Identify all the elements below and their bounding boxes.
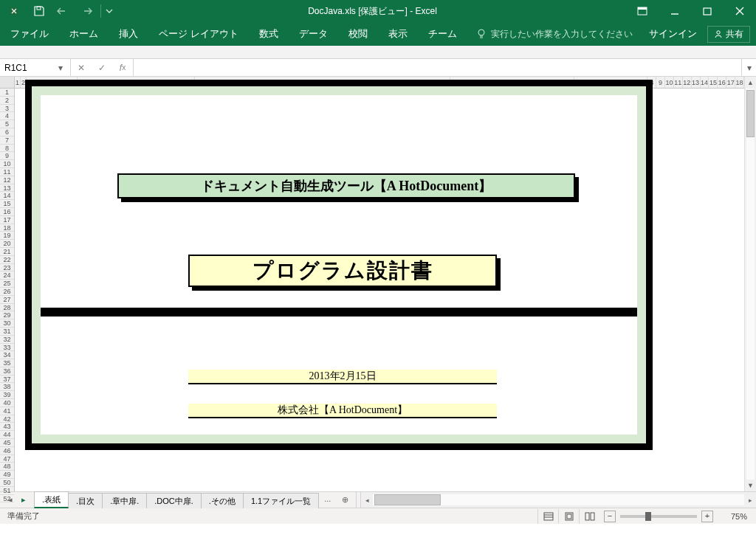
row-header[interactable]: 15 bbox=[0, 200, 14, 208]
sheet-tab[interactable]: .章中扉. bbox=[102, 493, 147, 508]
undo-icon[interactable] bbox=[52, 1, 74, 21]
row-header[interactable]: 12 bbox=[0, 176, 14, 184]
row-header[interactable]: 40 bbox=[0, 399, 14, 407]
row-header[interactable]: 29 bbox=[0, 311, 14, 319]
row-header[interactable]: 44 bbox=[0, 431, 14, 439]
sheet-tab[interactable]: 1.1ファイル一覧 bbox=[243, 493, 319, 508]
tab-formulas[interactable]: 数式 bbox=[249, 22, 289, 46]
new-sheet-icon[interactable]: ⊕ bbox=[337, 492, 353, 508]
column-header[interactable]: 11 bbox=[674, 77, 683, 88]
row-header[interactable]: 31 bbox=[0, 328, 14, 336]
ribbon-display-options-icon[interactable] bbox=[626, 1, 659, 21]
tell-me[interactable]: 実行したい作業を入力してください bbox=[467, 22, 642, 46]
row-header[interactable]: 14 bbox=[0, 192, 14, 200]
row-header[interactable]: 25 bbox=[0, 280, 14, 288]
tab-page-layout[interactable]: ページ レイアウト bbox=[148, 22, 249, 46]
maximize-icon[interactable] bbox=[691, 1, 724, 21]
row-header[interactable]: 37 bbox=[0, 376, 14, 384]
zoom-in-button[interactable]: + bbox=[701, 511, 713, 522]
row-header[interactable]: 49 bbox=[0, 471, 14, 479]
formula-enter-icon[interactable]: ✓ bbox=[92, 63, 112, 73]
sheet-tab[interactable]: .その他 bbox=[201, 493, 244, 508]
row-header[interactable]: 18 bbox=[0, 224, 14, 232]
row-header[interactable]: 2 bbox=[0, 97, 14, 105]
column-header[interactable]: 17 bbox=[726, 77, 735, 88]
vertical-scroll-thumb[interactable] bbox=[746, 90, 755, 137]
minimize-icon[interactable] bbox=[659, 1, 691, 21]
row-header[interactable]: 45 bbox=[0, 439, 14, 447]
column-header[interactable]: 16 bbox=[718, 77, 726, 88]
redo-icon[interactable] bbox=[75, 1, 97, 21]
formula-cancel-icon[interactable]: ✕ bbox=[71, 63, 92, 73]
row-header[interactable]: 1 bbox=[0, 89, 14, 97]
row-header[interactable]: 19 bbox=[0, 232, 14, 240]
row-header[interactable]: 43 bbox=[0, 423, 14, 431]
zoom-out-button[interactable]: − bbox=[604, 511, 616, 522]
formula-bar-expand-icon[interactable]: ▾ bbox=[741, 59, 756, 76]
column-header[interactable]: 12 bbox=[683, 77, 692, 88]
formula-bar-input[interactable] bbox=[134, 59, 741, 76]
row-header[interactable]: 33 bbox=[0, 344, 14, 352]
row-header[interactable]: 22 bbox=[0, 256, 14, 264]
horizontal-scroll-thumb[interactable] bbox=[374, 494, 441, 505]
row-header[interactable]: 8 bbox=[0, 145, 14, 153]
row-header[interactable]: 27 bbox=[0, 296, 14, 304]
select-all-corner[interactable] bbox=[0, 77, 14, 89]
tab-insert[interactable]: 挿入 bbox=[109, 22, 148, 46]
name-box[interactable]: R1C1 ▾ bbox=[0, 59, 71, 76]
column-header[interactable]: 15 bbox=[709, 77, 718, 88]
row-headers[interactable]: 1234567891011121314151617181920212223242… bbox=[0, 77, 15, 491]
row-header[interactable]: 11 bbox=[0, 168, 14, 176]
horizontal-scrollbar[interactable]: ◂ ▸ bbox=[360, 492, 756, 508]
tab-team[interactable]: チーム bbox=[418, 22, 467, 46]
scroll-down-icon[interactable]: ▼ bbox=[745, 480, 756, 491]
row-header[interactable]: 41 bbox=[0, 407, 14, 415]
tab-home[interactable]: ホーム bbox=[59, 22, 109, 46]
column-header[interactable]: 13 bbox=[692, 77, 701, 88]
row-header[interactable]: 30 bbox=[0, 319, 14, 328]
sheet-tab[interactable]: .目次 bbox=[68, 493, 103, 508]
column-header[interactable]: 9 bbox=[656, 77, 665, 88]
save-icon[interactable] bbox=[28, 1, 50, 21]
tab-data[interactable]: データ bbox=[289, 22, 338, 46]
tab-file[interactable]: ファイル bbox=[0, 22, 59, 46]
row-header[interactable]: 36 bbox=[0, 367, 14, 376]
sheet-tabs-overflow[interactable]: ... bbox=[318, 492, 337, 508]
zoom-percent[interactable]: 75% bbox=[718, 512, 747, 521]
row-header[interactable]: 48 bbox=[0, 463, 14, 471]
row-header[interactable]: 17 bbox=[0, 216, 14, 224]
sheet-tab[interactable]: .表紙 bbox=[34, 491, 69, 508]
tab-review[interactable]: 校閲 bbox=[338, 22, 378, 46]
row-header[interactable]: 21 bbox=[0, 248, 14, 256]
row-header[interactable]: 10 bbox=[0, 160, 14, 168]
row-header[interactable]: 50 bbox=[0, 479, 14, 487]
row-header[interactable]: 39 bbox=[0, 391, 14, 399]
row-header[interactable]: 6 bbox=[0, 128, 14, 136]
scroll-up-icon[interactable]: ▲ bbox=[745, 77, 756, 89]
row-header[interactable]: 34 bbox=[0, 351, 14, 359]
row-header[interactable]: 32 bbox=[0, 336, 14, 344]
scroll-left-icon[interactable]: ◂ bbox=[361, 492, 373, 508]
column-header[interactable]: 1 bbox=[15, 77, 21, 88]
name-box-dropdown-icon[interactable]: ▾ bbox=[55, 63, 66, 73]
view-normal-icon[interactable] bbox=[537, 509, 558, 524]
view-page-break-icon[interactable] bbox=[579, 509, 599, 524]
row-header[interactable]: 46 bbox=[0, 447, 14, 455]
row-header[interactable]: 7 bbox=[0, 136, 14, 145]
sheet-tab[interactable]: .DOC中扉. bbox=[146, 493, 202, 508]
scroll-right-icon[interactable]: ▸ bbox=[744, 492, 756, 508]
insert-function-icon[interactable]: fx bbox=[112, 63, 133, 73]
zoom-slider[interactable] bbox=[620, 515, 697, 518]
close-icon[interactable] bbox=[724, 1, 756, 21]
row-header[interactable]: 9 bbox=[0, 152, 14, 160]
row-header[interactable]: 16 bbox=[0, 208, 14, 216]
row-header[interactable]: 51 bbox=[0, 487, 14, 495]
row-header[interactable]: 20 bbox=[0, 240, 14, 248]
row-header[interactable]: 47 bbox=[0, 455, 14, 463]
row-header[interactable]: 28 bbox=[0, 304, 14, 312]
column-header[interactable]: 10 bbox=[665, 77, 674, 88]
share-button[interactable]: 共有 bbox=[707, 26, 750, 43]
row-header[interactable]: 5 bbox=[0, 120, 14, 128]
column-header[interactable]: 14 bbox=[701, 77, 709, 88]
row-header[interactable]: 13 bbox=[0, 184, 14, 193]
